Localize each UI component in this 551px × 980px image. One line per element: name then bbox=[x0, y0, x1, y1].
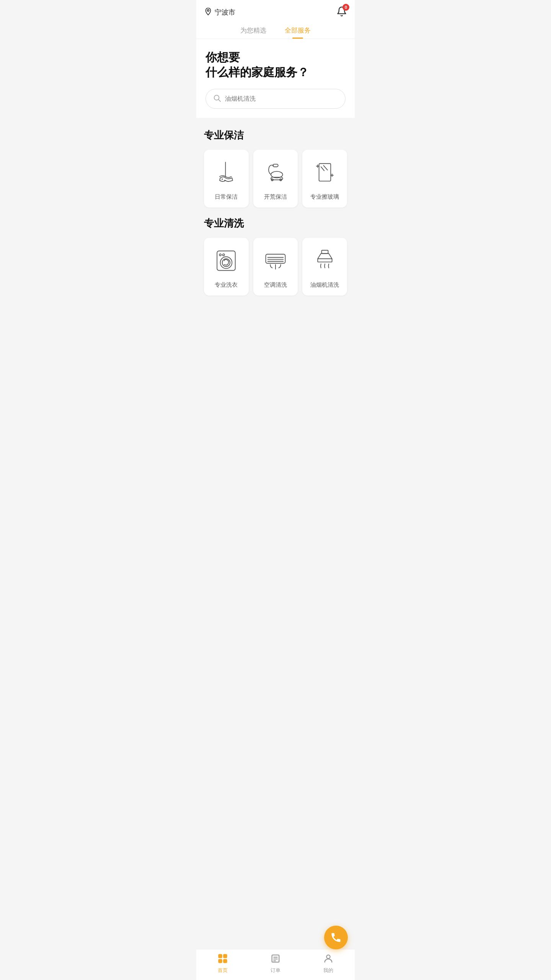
svg-point-0 bbox=[207, 10, 209, 11]
washing-cards-row: 专业洗衣 空调清洗 bbox=[204, 238, 347, 296]
card-deep-clean[interactable]: 开荒保洁 bbox=[253, 150, 298, 207]
svg-line-13 bbox=[323, 165, 327, 170]
tab-recommended[interactable]: 为您精选 bbox=[240, 26, 266, 39]
hood-icon bbox=[310, 245, 340, 276]
card-deep-clean-label: 开荒保洁 bbox=[264, 193, 287, 201]
section-title-washing: 专业清洗 bbox=[204, 217, 347, 230]
svg-rect-28 bbox=[321, 250, 328, 254]
notification-bell[interactable]: 0 bbox=[336, 6, 347, 18]
location-wrap[interactable]: 宁波市 bbox=[204, 7, 235, 17]
svg-rect-32 bbox=[223, 959, 227, 962]
card-laundry-label: 专业洗衣 bbox=[215, 281, 238, 289]
svg-point-5 bbox=[224, 180, 225, 181]
svg-rect-31 bbox=[219, 959, 222, 962]
nav-home[interactable]: 首页 bbox=[196, 953, 249, 974]
card-daily-clean[interactable]: 日常保洁 bbox=[204, 150, 249, 207]
section-professional-cleaning: 专业保洁 日常保洁 bbox=[196, 118, 355, 217]
nav-home-label: 首页 bbox=[218, 967, 228, 974]
vacuum-icon bbox=[260, 157, 291, 188]
card-hood-clean[interactable]: 油烟机清洗 bbox=[302, 238, 347, 296]
svg-line-12 bbox=[321, 167, 324, 171]
card-window-clean-label: 专业擦玻璃 bbox=[310, 193, 339, 201]
svg-rect-27 bbox=[318, 259, 332, 262]
tab-bar: 为您精选 全部服务 bbox=[196, 23, 355, 39]
card-ac-clean-label: 空调清洗 bbox=[264, 281, 287, 289]
bottom-navigation: 首页 订单 我的 bbox=[196, 949, 355, 980]
svg-point-21 bbox=[219, 254, 221, 256]
nav-orders[interactable]: 订单 bbox=[249, 953, 302, 974]
header: 宁波市 0 bbox=[196, 0, 355, 23]
orders-icon bbox=[270, 953, 281, 965]
window-icon bbox=[310, 157, 340, 188]
nav-profile[interactable]: 我的 bbox=[302, 953, 355, 974]
search-input[interactable] bbox=[225, 95, 338, 102]
location-icon bbox=[204, 7, 212, 17]
hero-title: 你想要 什么样的家庭服务？ bbox=[205, 50, 346, 80]
profile-icon bbox=[323, 953, 334, 965]
svg-point-22 bbox=[223, 254, 225, 256]
location-text: 宁波市 bbox=[215, 8, 235, 17]
svg-rect-23 bbox=[266, 254, 285, 263]
svg-rect-29 bbox=[219, 955, 222, 958]
card-hood-clean-label: 油烟机清洗 bbox=[310, 281, 339, 289]
home-icon bbox=[217, 953, 228, 965]
section-professional-washing: 专业清洗 专业洗衣 bbox=[196, 217, 355, 306]
tab-all-services[interactable]: 全部服务 bbox=[285, 26, 311, 39]
broom-icon bbox=[211, 157, 241, 188]
nav-profile-label: 我的 bbox=[323, 967, 333, 974]
search-bar[interactable] bbox=[205, 89, 346, 109]
svg-point-37 bbox=[326, 955, 330, 959]
nav-orders-label: 订单 bbox=[271, 967, 280, 974]
notification-badge: 0 bbox=[342, 4, 349, 11]
hero-section: 你想要 什么样的家庭服务？ bbox=[196, 39, 355, 118]
fab-phone-button[interactable] bbox=[324, 926, 348, 949]
section-title-cleaning: 专业保洁 bbox=[204, 129, 347, 142]
svg-line-2 bbox=[218, 100, 220, 101]
ac-icon bbox=[260, 245, 291, 276]
svg-rect-30 bbox=[223, 955, 227, 958]
card-window-clean[interactable]: 专业擦玻璃 bbox=[302, 150, 347, 207]
card-daily-clean-label: 日常保洁 bbox=[215, 193, 238, 201]
svg-point-4 bbox=[222, 178, 223, 180]
card-laundry[interactable]: 专业洗衣 bbox=[204, 238, 249, 296]
svg-rect-11 bbox=[319, 163, 331, 181]
cleaning-cards-row: 日常保洁 开荒保洁 bbox=[204, 150, 347, 217]
card-ac-clean[interactable]: 空调清洗 bbox=[253, 238, 298, 296]
search-icon bbox=[213, 94, 221, 104]
washer-icon bbox=[211, 245, 241, 276]
